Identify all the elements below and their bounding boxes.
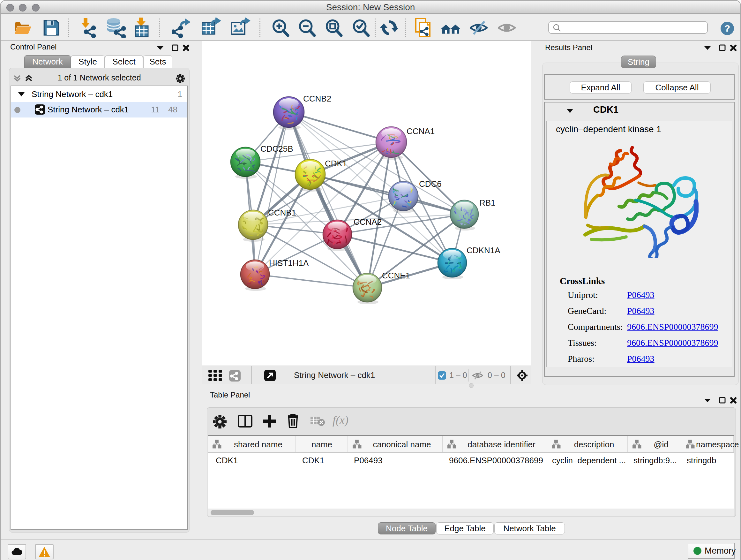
svg-text:CCNA1: CCNA1	[407, 126, 434, 136]
svg-text:RB1: RB1	[479, 198, 495, 207]
svg-text:CCNB1: CCNB1	[268, 208, 296, 217]
svg-text:CCNE1: CCNE1	[382, 271, 410, 280]
svg-text:HIST1H1A: HIST1H1A	[269, 258, 309, 268]
svg-text:CDK1: CDK1	[325, 159, 347, 168]
svg-text:CDC25B: CDC25B	[260, 144, 293, 153]
svg-text:CDC6: CDC6	[419, 179, 442, 189]
svg-text:CCNA2: CCNA2	[354, 217, 382, 227]
svg-text:CDKN1A: CDKN1A	[467, 246, 500, 255]
svg-text:CCNB2: CCNB2	[303, 94, 331, 104]
